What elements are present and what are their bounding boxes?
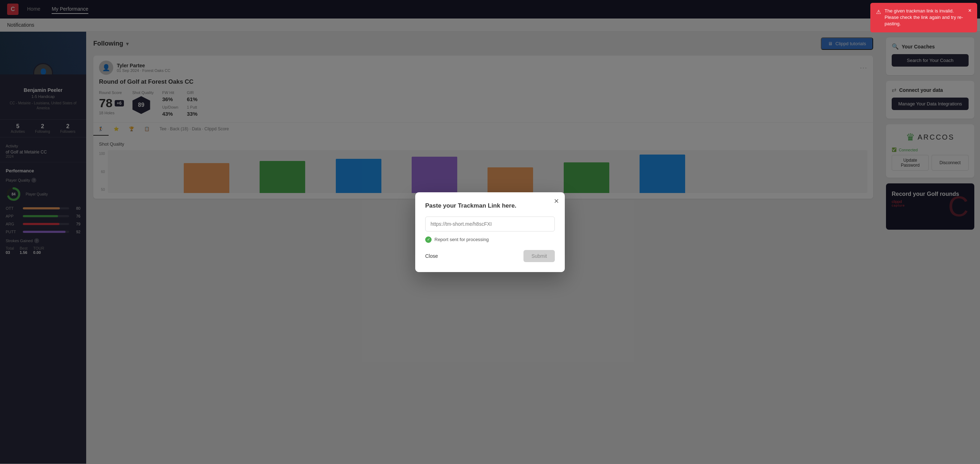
modal-title: Paste your Trackman Link here.: [425, 202, 555, 210]
trackman-modal: ✕ Paste your Trackman Link here. ✓ Repor…: [415, 192, 565, 272]
success-message: ✓ Report sent for processing: [425, 237, 555, 243]
modal-close-text-button[interactable]: Close: [425, 253, 438, 259]
warning-icon: ⚠: [876, 8, 881, 16]
toast-message: The given trackman link is invalid. Plea…: [885, 8, 965, 27]
modal-footer: Close Submit: [425, 250, 555, 262]
modal-close-button[interactable]: ✕: [554, 198, 559, 204]
modal-overlay[interactable]: ✕ Paste your Trackman Link here. ✓ Repor…: [0, 0, 980, 464]
trackman-link-input[interactable]: [425, 216, 555, 232]
toast-close-button[interactable]: ×: [968, 8, 972, 14]
error-toast: ⚠ The given trackman link is invalid. Pl…: [870, 3, 977, 32]
modal-submit-button[interactable]: Submit: [523, 250, 555, 262]
success-check-icon: ✓: [425, 237, 431, 243]
success-text: Report sent for processing: [434, 237, 488, 242]
